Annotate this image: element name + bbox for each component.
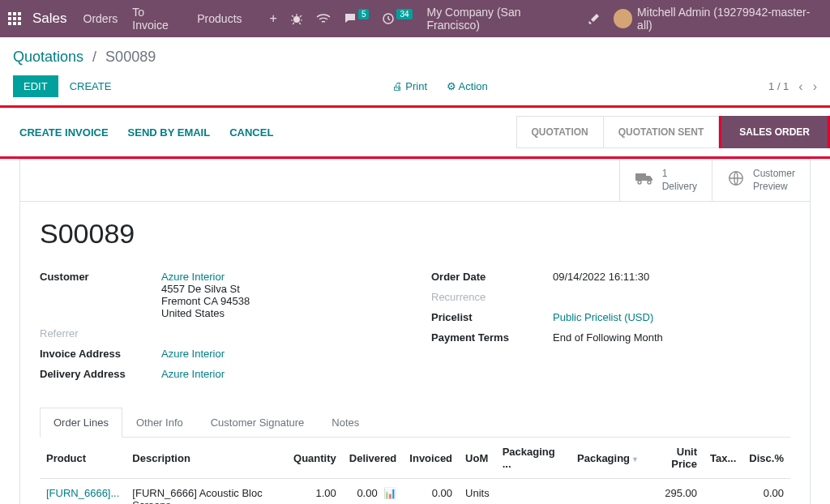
messages-badge: 5 <box>358 9 370 19</box>
status-action-bar: CREATE INVOICE SEND BY EMAIL CANCEL QUOT… <box>0 105 830 159</box>
tab-order-lines[interactable]: Order Lines <box>40 408 122 438</box>
row-qty: 1.00 <box>287 479 343 504</box>
avatar[interactable] <box>614 9 633 28</box>
delivery-count: 1 <box>662 168 697 181</box>
row-description: [FURN_6666] Acoustic Bloc Screens <box>126 479 287 504</box>
create-invoice-button[interactable]: CREATE INVOICE <box>19 126 109 139</box>
bug-icon[interactable] <box>290 12 303 25</box>
print-label: Print <box>405 80 427 92</box>
company-switcher[interactable]: My Company (San Francisco) <box>427 6 575 32</box>
pricelist-label: Pricelist <box>431 311 553 323</box>
svg-rect-2 <box>635 173 646 181</box>
row-taxes <box>704 479 742 504</box>
th-unit-price[interactable]: Unit Price <box>645 438 704 479</box>
pager: 1 / 1 ‹ › <box>768 79 817 94</box>
th-delivered[interactable]: Delivered <box>343 438 404 479</box>
status-sales-order[interactable]: SALES ORDER <box>719 116 830 148</box>
customer-label: Customer <box>40 271 161 283</box>
print-button[interactable]: 🖨 Print <box>392 80 427 92</box>
app-brand[interactable]: Sales <box>32 11 67 27</box>
action-label: Action <box>459 80 488 92</box>
delivery-addr-link[interactable]: Azure Interior <box>161 368 225 380</box>
customer-addr3: United States <box>161 307 225 319</box>
table-row[interactable]: [FURN_6666]... [FURN_6666] Acoustic Bloc… <box>40 479 790 504</box>
tab-other-info[interactable]: Other Info <box>122 408 197 437</box>
truck-icon <box>635 170 654 190</box>
nav-orders[interactable]: Orders <box>83 12 118 25</box>
th-product[interactable]: Product <box>40 438 126 479</box>
invoice-addr-link[interactable]: Azure Interior <box>161 348 225 360</box>
tools-icon[interactable] <box>588 12 601 25</box>
status-quotation-sent[interactable]: QUOTATION SENT <box>604 116 720 148</box>
referrer-label: Referrer <box>40 327 161 340</box>
invoice-addr-label: Invoice Address <box>40 348 161 360</box>
th-invoiced[interactable]: Invoiced <box>403 438 459 479</box>
cancel-button[interactable]: CANCEL <box>229 126 273 139</box>
activities-icon[interactable]: 34 <box>382 12 412 25</box>
main-navbar: Sales Orders To Invoice Products + 5 34 … <box>0 0 830 37</box>
edit-button[interactable]: EDIT <box>13 75 58 97</box>
customer-link[interactable]: Azure Interior <box>161 271 225 283</box>
username[interactable]: Mitchell Admin (19279942-master-all) <box>637 6 822 32</box>
th-uom[interactable]: UoM <box>459 438 496 479</box>
th-disc[interactable]: Disc.% <box>742 438 790 479</box>
preview-label-1: Customer <box>753 168 795 181</box>
row-pkg-qty <box>496 479 571 504</box>
recurrence-label: Recurrence <box>431 291 553 303</box>
svg-point-0 <box>293 16 300 23</box>
preview-stat-button[interactable]: Customer Preview <box>712 160 810 201</box>
th-packaging-qty[interactable]: Packaging ... <box>496 438 571 479</box>
control-bar: EDIT CREATE 🖨 Print ⚙ Action 1 / 1 ‹ › <box>0 72 830 105</box>
forecast-icon[interactable]: 📊 <box>383 487 396 499</box>
th-packaging-label: Packaging <box>577 452 630 464</box>
status-quotation[interactable]: QUOTATION <box>516 116 604 148</box>
pager-text: 1 / 1 <box>768 80 789 92</box>
globe-icon <box>727 169 745 191</box>
form-sheet: 1 Delivery Customer Preview S00089 C <box>19 159 811 504</box>
svg-point-3 <box>638 181 641 184</box>
row-delivered-val: 0.00 <box>357 487 377 499</box>
messages-icon[interactable]: 5 <box>344 12 370 25</box>
pricelist-link[interactable]: Public Pricelist (USD) <box>553 311 653 323</box>
delivery-addr-label: Delivery Address <box>40 368 161 380</box>
breadcrumb-sep: / <box>92 49 96 65</box>
pager-prev[interactable]: ‹ <box>798 79 802 94</box>
th-packaging[interactable]: Packaging▼ <box>571 438 645 479</box>
nav-to-invoice[interactable]: To Invoice <box>132 6 182 32</box>
tab-signature[interactable]: Customer Signature <box>197 408 319 437</box>
row-product[interactable]: [FURN_6666]... <box>46 487 119 499</box>
caret-down-icon: ▼ <box>631 455 639 463</box>
apps-icon[interactable] <box>8 12 21 25</box>
delivery-stat-button[interactable]: 1 Delivery <box>619 160 712 201</box>
payment-terms-label: Payment Terms <box>431 331 553 344</box>
pager-next[interactable]: › <box>813 79 817 94</box>
wifi-icon[interactable] <box>316 13 331 24</box>
tab-notes[interactable]: Notes <box>318 408 373 437</box>
activities-badge: 34 <box>396 9 412 19</box>
action-button[interactable]: ⚙ Action <box>447 80 488 92</box>
th-description[interactable]: Description <box>126 438 287 479</box>
row-unit-price: 295.00 <box>645 479 704 504</box>
send-email-button[interactable]: SEND BY EMAIL <box>128 126 211 139</box>
preview-label-2: Preview <box>753 181 788 192</box>
order-date-value: 09/14/2022 16:11:30 <box>553 271 790 283</box>
th-quantity[interactable]: Quantity <box>287 438 343 479</box>
payment-terms-value: End of Following Month <box>553 331 790 344</box>
order-date-label: Order Date <box>431 271 553 283</box>
delivery-label: Delivery <box>662 181 697 192</box>
create-button[interactable]: CREATE <box>70 80 112 92</box>
customer-addr2: Fremont CA 94538 <box>161 295 250 307</box>
form-tabs: Order Lines Other Info Customer Signatur… <box>40 408 790 438</box>
order-name: S00089 <box>40 218 790 250</box>
th-taxes[interactable]: Tax... <box>704 438 742 479</box>
status-steps: QUOTATION QUOTATION SENT SALES ORDER <box>516 116 830 148</box>
breadcrumb-root[interactable]: Quotations <box>13 49 83 65</box>
stat-bar: 1 Delivery Customer Preview <box>20 160 810 202</box>
breadcrumb: Quotations / S00089 <box>0 37 830 72</box>
row-disc: 0.00 <box>742 479 790 504</box>
row-uom: Units <box>459 479 496 504</box>
nav-products[interactable]: Products <box>197 12 242 25</box>
row-invoiced: 0.00 <box>403 479 459 504</box>
row-delivered: 0.00 📊 <box>343 479 404 504</box>
plus-icon[interactable]: + <box>270 11 277 26</box>
